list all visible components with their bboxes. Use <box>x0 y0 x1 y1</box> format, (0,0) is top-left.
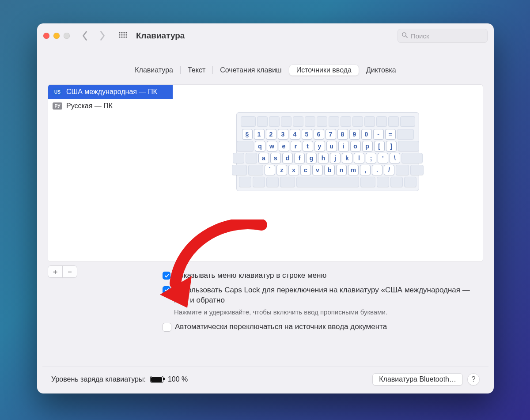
remove-source-button[interactable]: － <box>63 266 77 277</box>
tab-input-sources[interactable]: Источники ввода <box>289 65 359 76</box>
battery-percent: 100 % <box>168 375 188 383</box>
help-button[interactable]: ? <box>467 373 480 386</box>
minimize-window-button[interactable] <box>53 33 60 39</box>
option-capslock-switch[interactable]: Использовать Caps Lock для переключения … <box>163 285 483 306</box>
flag-us-icon: US <box>53 88 62 95</box>
keyboard-preview: §1234567890-= qwertyuiop[] asdfghjkl;'\ … <box>173 85 483 261</box>
footer: Уровень заряда клавиатуры: 100 % Клавиат… <box>42 367 488 394</box>
checkbox-icon[interactable] <box>163 272 170 280</box>
content-panel: US США международная — ПК РУ Русская — П… <box>48 84 483 262</box>
input-sources-list[interactable]: US США международная — ПК РУ Русская — П… <box>48 85 173 261</box>
svg-line-13 <box>406 36 408 38</box>
show-all-icon[interactable] <box>117 30 129 42</box>
tab-shortcuts[interactable]: Сочетания клавиш <box>213 65 288 76</box>
checkbox-icon[interactable] <box>163 286 170 294</box>
source-item-ru[interactable]: РУ Русская — ПК <box>48 99 173 113</box>
add-source-button[interactable]: ＋ <box>48 266 62 277</box>
window-controls <box>43 33 70 39</box>
forward-button[interactable] <box>96 30 109 42</box>
source-list-controls: ＋ － <box>48 265 77 278</box>
svg-point-11 <box>125 36 127 38</box>
tab-dictation[interactable]: Диктовка <box>359 65 403 76</box>
svg-point-2 <box>123 32 125 33</box>
svg-point-7 <box>125 34 127 35</box>
svg-point-3 <box>125 32 127 33</box>
svg-point-0 <box>119 32 120 33</box>
tab-keyboard[interactable]: Клавиатура <box>128 65 180 76</box>
battery-icon <box>150 376 163 383</box>
source-label: США международная — ПК <box>66 88 157 96</box>
option-auto-switch[interactable]: Автоматически переключаться на источник … <box>163 322 483 332</box>
option-capslock-hint: Нажмите и удерживайте, чтобы включить вв… <box>174 308 483 316</box>
svg-point-1 <box>121 32 122 33</box>
keyboard-graphic: §1234567890-= qwertyuiop[] asdfghjkl;'\ … <box>236 112 419 191</box>
search-placeholder: Поиск <box>411 32 429 40</box>
tab-text[interactable]: Текст <box>181 65 212 76</box>
bluetooth-keyboard-button[interactable]: Клавиатура Bluetooth… <box>372 373 463 386</box>
svg-point-4 <box>119 34 120 35</box>
svg-point-9 <box>121 36 122 38</box>
close-window-button[interactable] <box>43 33 49 39</box>
options-panel: Показывать меню клавиатур в строке меню … <box>163 269 483 337</box>
svg-point-8 <box>119 36 120 38</box>
zoom-window-button[interactable] <box>64 33 70 39</box>
svg-point-10 <box>123 36 125 38</box>
tab-bar: Клавиатура Текст Сочетания клавиш Источн… <box>37 48 494 84</box>
window-title: Клавиатура <box>136 31 185 41</box>
source-item-us[interactable]: US США международная — ПК <box>48 85 173 99</box>
battery-label: Уровень заряда клавиатуры: <box>51 375 146 383</box>
option-show-input-menu[interactable]: Показывать меню клавиатур в строке меню <box>163 271 483 281</box>
svg-point-6 <box>123 34 125 35</box>
flag-ru-icon: РУ <box>53 102 62 110</box>
toolbar: Клавиатура Поиск <box>37 23 494 48</box>
source-label: Русская — ПК <box>66 102 113 110</box>
svg-point-5 <box>121 34 122 35</box>
preferences-window: Клавиатура Поиск Клавиатура Текст Сочета… <box>37 23 494 394</box>
back-button[interactable] <box>79 30 91 42</box>
search-icon <box>401 32 408 40</box>
search-field[interactable]: Поиск <box>398 29 488 43</box>
checkbox-icon[interactable] <box>163 323 171 332</box>
